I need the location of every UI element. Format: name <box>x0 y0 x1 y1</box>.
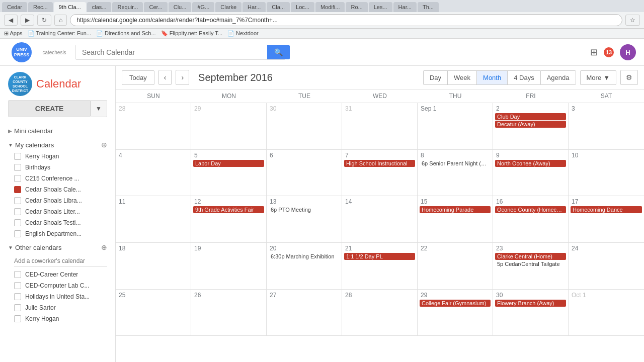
event-clarke-central[interactable]: Clarke Central (Home) <box>495 253 566 260</box>
cell-sep2[interactable]: 2 Club Day Decatur (Away) <box>493 103 569 149</box>
cal-item-birthdays[interactable]: Birthdays <box>4 162 111 173</box>
view-week-button[interactable]: Week <box>447 70 476 85</box>
event-oconee-county[interactable]: Oconee County (Homeco... <box>495 206 566 213</box>
other-calendars-settings-icon[interactable]: ⊕ <box>101 243 107 251</box>
bookmark-directions[interactable]: 📄 Directions and Sch... <box>96 30 156 37</box>
event-homecoming-dance[interactable]: Homecoming Dance <box>571 206 642 213</box>
prev-button[interactable]: ‹ <box>158 70 172 85</box>
tab-clu[interactable]: Clu... <box>169 2 192 12</box>
grid-icon[interactable]: ⊞ <box>590 47 598 58</box>
cell-sep6[interactable]: 6 <box>267 150 342 196</box>
tab-loc[interactable]: Loc... <box>291 2 314 12</box>
cell-aug31[interactable]: 31 <box>342 103 418 149</box>
tab-requir[interactable]: Requir... <box>112 2 143 12</box>
settings-button[interactable]: ⚙ <box>620 70 638 85</box>
cell-sep28[interactable]: 28 <box>342 290 418 336</box>
cal-checkbox-ced-career[interactable] <box>14 271 21 278</box>
forward-button[interactable]: ▶ <box>21 15 34 26</box>
cell-sep7[interactable]: 7 High School Instructional <box>342 150 418 196</box>
tab-cla2[interactable]: Cla... <box>267 2 290 12</box>
cell-sep17[interactable]: 17 Homecoming Dance <box>569 196 644 242</box>
search-input[interactable] <box>76 45 267 59</box>
event-flowery-branch[interactable]: Flowery Branch (Away) <box>495 300 566 307</box>
cal-item-holidays[interactable]: Holidays in United Sta... <box>4 291 111 302</box>
tab-cer[interactable]: Cer... <box>144 2 167 12</box>
tab-g[interactable]: #G... <box>192 2 214 12</box>
other-calendars-section[interactable]: ▼ Other calendars ⊕ <box>4 239 111 253</box>
cell-sep20[interactable]: 20 6:30p Marching Exhibition <box>267 243 342 289</box>
cell-sep4[interactable]: 4 <box>116 150 191 196</box>
cell-sep12[interactable]: 12 9th Grade Activities Fair <box>191 196 267 242</box>
tab-ro[interactable]: Ro... <box>346 2 367 12</box>
cell-sep19[interactable]: 19 <box>191 243 267 289</box>
notification-badge[interactable]: 13 <box>604 47 614 57</box>
cal-item-ced-computer[interactable]: CED-Computer Lab C... <box>4 280 111 291</box>
cal-item-cedar-testi[interactable]: Cedar Shoals Testi... <box>4 217 111 228</box>
cell-sep15[interactable]: 15 Homecoming Parade <box>418 196 493 242</box>
my-calendars-section[interactable]: ▼ My calendars ⊕ <box>4 137 111 151</box>
cell-aug28[interactable]: 28 <box>116 103 191 149</box>
cal-checkbox-cedar-shoals-cal[interactable] <box>14 186 21 193</box>
search-button[interactable]: 🔍 <box>267 45 290 59</box>
cell-sep21[interactable]: 21 1:1 1/2 Day PL <box>342 243 418 289</box>
cal-checkbox-cedar-testi[interactable] <box>14 219 21 226</box>
more-button[interactable]: More ▼ <box>580 70 617 85</box>
event-decatur[interactable]: Decatur (Away) <box>495 121 566 128</box>
cal-item-ced-career[interactable]: CED-Career Center <box>4 269 111 280</box>
cell-sep14[interactable]: 14 <box>342 196 418 242</box>
view-day-button[interactable]: Day <box>423 70 447 85</box>
cell-sep25[interactable]: 25 <box>116 290 191 336</box>
cal-checkbox-english[interactable] <box>14 230 21 237</box>
cal-checkbox-birthdays[interactable] <box>14 164 21 171</box>
cal-checkbox-kerry-hogan[interactable] <box>14 153 21 160</box>
url-bar[interactable] <box>70 14 622 26</box>
create-button[interactable]: CREATE ▼ <box>8 100 107 117</box>
cell-sep1[interactable]: Sep 1 <box>418 103 493 149</box>
bookmark-nextdoor[interactable]: 📄 Nextdoor <box>227 30 259 37</box>
event-tailgate[interactable]: 5p Cedar/Central Tailgate <box>495 260 566 267</box>
tab-modifi[interactable]: Modifi... <box>315 2 345 12</box>
cell-sep9[interactable]: 9 North Oconee (Away) <box>493 150 569 196</box>
tab-har[interactable]: Har... <box>243 2 266 12</box>
bookmark-flippity[interactable]: 🔖 Flippity.net: Easily T... <box>161 30 222 37</box>
cell-sep11[interactable]: 11 <box>116 196 191 242</box>
cal-item-cedar-libra[interactable]: Cedar Shoals Libra... <box>4 195 111 206</box>
cell-sep5[interactable]: 5 Labor Day <box>191 150 267 196</box>
event-homecoming-parade[interactable]: Homecoming Parade <box>420 206 491 213</box>
next-button[interactable]: › <box>176 70 189 85</box>
coworker-input[interactable] <box>14 255 107 267</box>
cal-checkbox-kerry-hogan2[interactable] <box>14 315 21 322</box>
cell-sep18[interactable]: 18 <box>116 243 191 289</box>
cal-item-julie[interactable]: Julie Sartor <box>4 302 111 313</box>
cal-checkbox-julie[interactable] <box>14 304 21 311</box>
cal-checkbox-cedar-libra[interactable] <box>14 197 21 204</box>
event-senior-parent[interactable]: 6p Senior Parent Night (The... <box>420 160 491 167</box>
back-button[interactable]: ◀ <box>4 15 18 26</box>
home-button[interactable]: ⌂ <box>54 15 67 26</box>
cal-checkbox-cedar-liter[interactable] <box>14 208 21 215</box>
cal-checkbox-c215[interactable] <box>14 175 21 182</box>
bookmark-apps[interactable]: ⊞ Apps <box>4 30 23 37</box>
reload-button[interactable]: ↻ <box>37 15 51 26</box>
bookmark-training[interactable]: 📄 Training Center: Fun... <box>28 30 92 37</box>
view-4days-button[interactable]: 4 Days <box>507 70 540 85</box>
tab-th[interactable]: Th... <box>418 2 439 12</box>
cal-checkbox-holidays[interactable] <box>14 293 21 300</box>
event-9th-grade[interactable]: 9th Grade Activities Fair <box>193 206 264 213</box>
tab-har2[interactable]: Har... <box>393 2 417 12</box>
cell-sep16[interactable]: 16 Oconee County (Homeco... <box>493 196 569 242</box>
bookmark-button[interactable]: ☆ <box>625 15 640 26</box>
tab-cedar[interactable]: Cedar <box>2 2 27 12</box>
event-marching[interactable]: 6:30p Marching Exhibition <box>269 253 340 260</box>
tab-clas[interactable]: clas... <box>87 2 112 12</box>
cal-item-cedar-liter[interactable]: Cedar Shoals Liter... <box>4 206 111 217</box>
event-college-fair[interactable]: College Fair (Gymnasium) <box>420 300 491 307</box>
avatar[interactable]: H <box>620 44 636 60</box>
cell-sep8[interactable]: 8 6p Senior Parent Night (The... <box>418 150 493 196</box>
cal-item-kerry-hogan[interactable]: Kerry Hogan <box>4 151 111 162</box>
tab-clarke[interactable]: Clarke <box>215 2 242 12</box>
cell-sep22[interactable]: 22 <box>418 243 493 289</box>
cell-sep26[interactable]: 26 <box>191 290 267 336</box>
cell-sep27[interactable]: 27 <box>267 290 342 336</box>
event-hs-instructional[interactable]: High School Instructional <box>344 160 415 167</box>
